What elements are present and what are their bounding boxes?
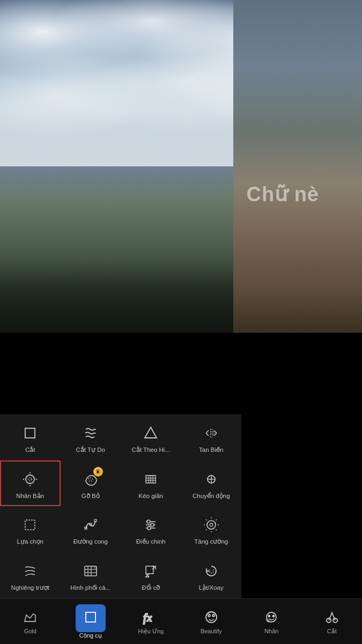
nav-cat[interactable]: Cắt (302, 599, 363, 644)
motion-icon (201, 469, 221, 489)
tool-dieu-chinh-label: Điều chinh (136, 538, 166, 546)
tool-hinh-phoi-ca[interactable]: Hình phối cà... (61, 552, 121, 598)
svg-point-3 (28, 478, 32, 481)
resize-icon (141, 561, 161, 581)
freecut-icon (80, 423, 101, 443)
cut-icon (323, 609, 341, 626)
tool-cat[interactable]: Cắt (0, 414, 61, 460)
svg-point-28 (207, 521, 216, 529)
tool-go-bo-label: Gỡ Bỏ (82, 493, 100, 500)
blend-icon (80, 561, 101, 581)
tool-doi-co-label: Đổi cỡ (142, 584, 160, 592)
svg-point-51 (208, 614, 210, 617)
enhance-icon (201, 515, 221, 535)
tool-tang-cuong[interactable]: Tăng cường (181, 506, 242, 552)
nav-gold[interactable]: Gold (0, 599, 61, 644)
svg-point-26 (151, 523, 154, 526)
tool-nghieng-truot-label: Nghiêng trượt (11, 584, 49, 592)
tool-duong-cong-label: Đường cong (73, 538, 108, 546)
nav-hieu-ung[interactable]: fx Hiệu Ứng (121, 599, 181, 644)
tool-nhan-ban-label: Nhân Bản (16, 493, 44, 500)
tool-cat-tu-do[interactable]: Cắt Tự Do (61, 414, 121, 460)
svg-line-44 (152, 566, 156, 569)
tool-cat-theo-hinh[interactable]: Cắt Theo Hi... (121, 414, 181, 460)
svg-line-36 (206, 530, 206, 530)
tool-duong-cong[interactable]: Đường cong (61, 506, 121, 552)
tool-tang-cuong-label: Tăng cường (194, 538, 228, 546)
curve-icon (80, 515, 101, 535)
crop-icon (20, 423, 40, 443)
svg-point-50 (206, 612, 217, 623)
dissolve-icon (201, 423, 221, 443)
remove-icon: ♛ (80, 469, 101, 489)
svg-line-33 (206, 520, 206, 521)
svg-point-53 (267, 612, 276, 622)
nav-cong-cu[interactable]: Công cụ (61, 599, 121, 644)
clone-icon (20, 469, 40, 489)
tool-tan-bien[interactable]: Tan Biến (181, 414, 242, 460)
nav-gold-label: Gold (24, 628, 36, 634)
tool-go-bo[interactable]: ♛ Gỡ Bỏ (61, 460, 121, 507)
tool-keo-gian[interactable]: Kéo giãn (121, 460, 181, 507)
tool-cat-label: Cắt (25, 447, 35, 454)
photo-canvas: Chữ nè (0, 0, 362, 333)
tool-doi-co[interactable]: Đổi cỡ (121, 552, 181, 598)
tool-cat-theo-hinh-label: Cắt Theo Hi... (132, 447, 170, 454)
tool-lat-xoay-label: Lật/Xoay (199, 584, 224, 592)
tool-keo-gian-label: Kéo giãn (139, 493, 163, 500)
tool-nghieng-truot[interactable]: Nghiêng trượt (0, 552, 61, 598)
svg-point-25 (147, 520, 150, 523)
rotate-icon (201, 561, 221, 581)
photo-right (233, 0, 362, 333)
tilt-icon (20, 561, 40, 581)
nav-cat-label: Cắt (327, 628, 337, 635)
bottom-nav: Gold Công cụ fx Hiệu Ứng (0, 598, 362, 644)
nav-cong-cu-label: Công cụ (79, 632, 102, 639)
svg-point-54 (269, 616, 270, 617)
fx-icon: fx (142, 609, 159, 626)
svg-point-37 (210, 523, 213, 526)
adjust-icon (141, 515, 161, 535)
svg-rect-48 (86, 612, 95, 622)
tool-lat-xoay[interactable]: Lật/Xoay (181, 552, 242, 598)
svg-text:fx: fx (143, 612, 152, 624)
svg-line-35 (216, 520, 216, 521)
svg-rect-18 (25, 520, 35, 530)
tool-chuyen-dong[interactable]: Chuyển động (181, 460, 242, 507)
crown-icon (21, 609, 39, 626)
svg-marker-1 (145, 427, 157, 438)
tool-dieu-chinh[interactable]: Điều chinh (121, 506, 181, 552)
shapecut-icon (141, 423, 161, 443)
select-icon (20, 515, 40, 535)
svg-rect-0 (25, 428, 35, 438)
sticker-icon (263, 609, 280, 626)
svg-point-55 (273, 616, 275, 617)
tools-panel: Cắt Cắt Tự Do Cắt Theo Hi... (0, 414, 241, 598)
tool-tan-bien-label: Tan Biến (199, 447, 223, 454)
crop-nav-icon (82, 609, 99, 626)
nav-beautify-label: Beautify (201, 628, 222, 634)
face-icon (203, 609, 220, 626)
svg-line-34 (216, 530, 216, 530)
nav-nhan[interactable]: Nhãn (241, 599, 302, 644)
gold-badge: ♛ (93, 467, 103, 477)
nav-beautify[interactable]: Beautify (181, 599, 242, 644)
tool-lua-chon-label: Lựa chọn (17, 538, 43, 546)
svg-marker-46 (25, 614, 35, 621)
tool-nhan-ban[interactable]: Nhân Bản (0, 460, 61, 507)
tools-grid: Cắt Cắt Tự Do Cắt Theo Hi... (0, 414, 241, 598)
tool-lua-chon[interactable]: Lựa chọn (0, 506, 61, 552)
svg-point-52 (212, 614, 215, 617)
svg-rect-21 (94, 519, 97, 522)
tool-chuyen-dong-label: Chuyển động (193, 493, 230, 500)
svg-point-2 (26, 475, 34, 484)
tool-hinh-phoi-ca-label: Hình phối cà... (70, 584, 110, 592)
nav-nhan-label: Nhãn (264, 628, 278, 634)
stretch-icon (141, 469, 161, 489)
tool-cat-tu-do-label: Cắt Tự Do (76, 447, 105, 454)
svg-point-27 (147, 526, 151, 530)
nav-hieu-ung-label: Hiệu Ứng (138, 628, 164, 635)
nav-cong-cu-bg (76, 604, 106, 632)
svg-rect-43 (146, 566, 153, 574)
